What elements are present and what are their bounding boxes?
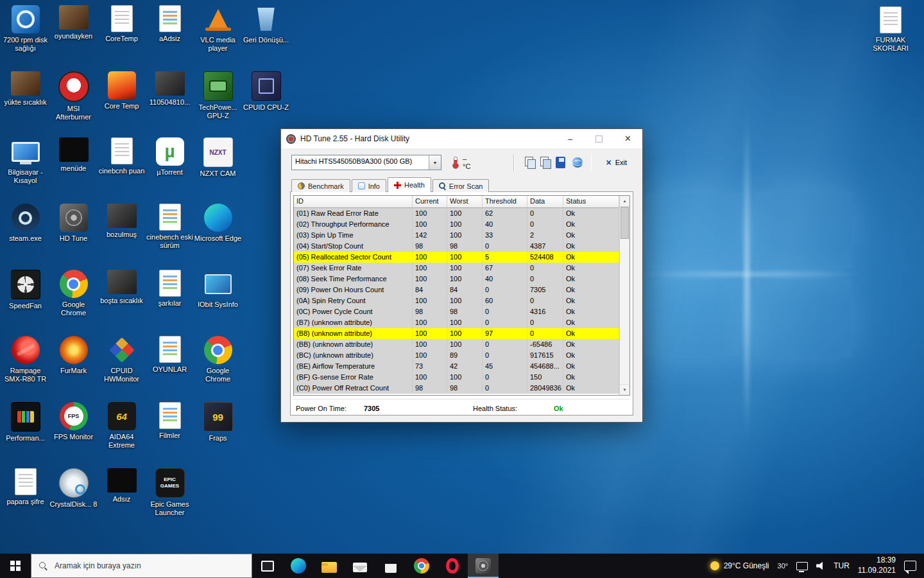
desktop-icon-oyunlar[interactable]: OYUNLAR — [146, 333, 194, 399]
table-row[interactable]: (03) Spin Up Time 142 100 33 2 Ok — [294, 230, 619, 241]
desktop-icon-nzxt-cam[interactable]: NZXT NZXT CAM — [194, 135, 242, 201]
desktop-icon-110504810[interactable]: 110504810... — [146, 69, 194, 135]
notification-center-icon[interactable] — [904, 561, 916, 571]
desktop-icon-cinebcnh-puan[interactable]: cinebcnh puan — [98, 135, 146, 201]
table-row[interactable]: (C0) Power Off Retract Count 98 98 0 280… — [294, 383, 619, 394]
desktop-icon-google-chrome-2[interactable]: Google Chrome — [194, 333, 242, 399]
table-row[interactable]: (01) Raw Read Error Rate 100 100 62 0 Ok — [294, 208, 619, 219]
desktop-icon-fps-monitor[interactable]: FPS FPS Monitor — [49, 399, 98, 466]
desktop-icon-yukte-sicaklik[interactable]: yükte sıcaklık — [1, 69, 49, 135]
desktop-icon-cpuz[interactable]: CPUID CPU-Z — [242, 69, 290, 135]
desktop-icon-7200rpm-disk-sagligi[interactable]: 7200 rpm disk sağlığı — [1, 3, 49, 69]
table-row[interactable]: (BF) G-sense Error Rate 100 100 0 150 Ok — [294, 372, 619, 383]
table-row[interactable]: (BB) (unknown attribute) 100 100 0 -6548… — [294, 339, 619, 350]
desktop-icon-adsiz[interactable]: Adsız — [98, 466, 146, 532]
table-row[interactable]: (BE) Airflow Temperature 73 42 45 454688… — [294, 361, 619, 372]
desktop-icon-utorrent[interactable]: µ µTorrent — [146, 135, 194, 201]
table-row[interactable]: (02) Throughput Performance 100 100 40 0… — [294, 219, 619, 230]
table-row[interactable]: (0C) Power Cycle Count 98 98 0 4316 Ok — [294, 306, 619, 317]
desktop-icon-epic-games-launcher[interactable]: EPIC GAMES Epic Games Launcher — [146, 466, 194, 532]
desktop-icon-performans[interactable]: Performan... — [1, 399, 49, 466]
drive-select-arrow-icon[interactable]: ▼ — [429, 155, 441, 170]
copy-image-button[interactable] — [522, 155, 536, 170]
website-button[interactable] — [570, 155, 583, 170]
table-row[interactable]: (B7) (unknown attribute) 100 100 0 0 Ok — [294, 317, 619, 328]
tab-benchmark[interactable]: Benchmark — [291, 179, 350, 192]
desktop-icon-furmak-skorlari[interactable]: FURMAK SKORLARI — [866, 4, 915, 53]
desktop-icon-bosta-sicaklik[interactable]: boşta sıcaklık — [98, 267, 146, 333]
tab-error-scan[interactable]: Error Scan — [432, 179, 490, 192]
close-button[interactable]: × — [613, 129, 642, 148]
table-row[interactable]: (BC) (unknown attribute) 100 89 0 917615… — [294, 350, 619, 361]
desktop-icon-microsoft-edge[interactable]: Microsoft Edge — [194, 201, 242, 267]
desktop-icon-hd-tune[interactable]: HD Tune — [49, 201, 98, 267]
desktop-icon-msi-afterburner[interactable]: MSI Afterburner — [49, 69, 98, 135]
desktop-icon-hwmonitor[interactable]: CPUID HWMonitor — [98, 333, 146, 399]
minimize-button[interactable]: – — [556, 129, 585, 148]
table-row[interactable]: (07) Seek Error Rate 100 100 67 0 Ok — [294, 263, 619, 274]
copy-text-button[interactable] — [538, 155, 551, 170]
taskbar-button-hdtune[interactable] — [468, 554, 499, 578]
clock[interactable]: 18:39 11.09.2021 — [858, 556, 896, 575]
scroll-down-button[interactable]: ▼ — [620, 384, 629, 395]
table-row[interactable]: (08) Seek Time Performance 100 100 40 0 … — [294, 274, 619, 285]
column-header-threshold[interactable]: Threshold — [483, 196, 527, 208]
desktop-icon-cinebench-eski-surum[interactable]: cinebench eski sürüm — [146, 201, 194, 267]
desktop-icon-crystaldiskinfo[interactable]: CrystalDisk... 8 — [49, 466, 98, 532]
taskbar-search[interactable] — [31, 554, 252, 578]
desktop-icon-steam[interactable]: steam.exe — [1, 201, 49, 267]
tray-temperature[interactable]: 30° — [778, 562, 789, 570]
desktop-icon-coretemp-file[interactable]: CoreTemp — [98, 3, 146, 69]
desktop-icon-speedfan[interactable]: SpeedFan — [1, 267, 49, 333]
desktop-icon-aida64-extreme[interactable]: 64 AIDA64 Extreme — [98, 399, 146, 466]
search-input[interactable] — [53, 561, 244, 571]
maximize-button[interactable] — [585, 129, 613, 148]
tab-info[interactable]: Info — [352, 179, 386, 192]
desktop-icon-furmark[interactable]: FurMark — [49, 333, 98, 399]
drive-select[interactable]: Hitachi HTS545050B9A300 (500 GB) ▼ — [291, 155, 441, 170]
exit-button[interactable]: × Exit — [601, 156, 632, 169]
taskbar-button-chrome[interactable] — [406, 554, 437, 578]
taskbar-button-edge[interactable] — [283, 554, 314, 578]
desktop-icon-sarkilar[interactable]: şarkılar — [146, 267, 194, 333]
desktop-icon-fraps[interactable]: 99 Fraps — [194, 399, 242, 466]
desktop-icon-google-chrome-1[interactable]: Google Chrome — [49, 267, 98, 333]
desktop-icon-oyundayken[interactable]: oyundayken — [49, 3, 98, 69]
desktop-icon-bilgisayar-kisayol[interactable]: Bilgisayar - Kısayol — [1, 135, 49, 201]
desktop-icon-iobit-sysinfo[interactable]: IObit SysInfo — [194, 267, 242, 333]
task-view-button[interactable] — [252, 554, 283, 578]
desktop-icon-vlc-media-player[interactable]: VLC media player — [194, 3, 242, 69]
taskbar-button-opera[interactable] — [437, 554, 468, 578]
desktop-icon-core-temp[interactable]: Core Temp — [98, 69, 146, 135]
table-row[interactable]: (04) Start/Stop Count 98 98 0 4387 Ok — [294, 241, 619, 252]
weather-widget[interactable]: 29°C Güneşli — [710, 561, 769, 570]
scrollbar-thumb[interactable] — [620, 207, 629, 239]
taskbar-button-file-explorer[interactable] — [314, 554, 345, 578]
scroll-up-button[interactable]: ▲ — [620, 196, 629, 207]
desktop-icon-filmler[interactable]: Filmler — [146, 399, 194, 466]
scrollbar[interactable]: ▲ ▼ — [619, 196, 629, 395]
save-screenshot-button[interactable] — [554, 155, 567, 170]
volume-icon[interactable] — [816, 561, 825, 570]
column-header-current[interactable]: Current — [413, 196, 447, 208]
window-titlebar[interactable]: HD Tune 2.55 - Hard Disk Utility – × — [281, 129, 642, 148]
column-header-status[interactable]: Status — [563, 196, 619, 208]
table-row[interactable]: (0A) Spin Retry Count 100 100 60 0 Ok — [294, 295, 619, 306]
language-indicator[interactable]: TUR — [834, 561, 850, 570]
desktop-icon-menude[interactable]: menüde — [49, 135, 98, 201]
desktop-icon-recycle-bin[interactable]: Geri Dönüşü... — [242, 3, 290, 69]
desktop-icon-aadsiz[interactable]: aAdsiz — [146, 3, 194, 69]
taskbar-button-store[interactable] — [375, 554, 406, 578]
network-icon[interactable] — [796, 562, 808, 570]
table-row[interactable]: (B8) (unknown attribute) 100 100 97 0 Ok — [294, 328, 619, 339]
column-header-id[interactable]: ID — [294, 196, 413, 208]
desktop-icon-papara-sifre[interactable]: papara şifre — [1, 466, 49, 532]
desktop-icon-gpuz[interactable]: TechPowe... GPU-Z — [194, 69, 242, 135]
table-row[interactable]: (09) Power On Hours Count 84 84 0 7305 O… — [294, 285, 619, 295]
taskbar-button-mail[interactable] — [345, 554, 375, 578]
column-header-worst[interactable]: Worst — [447, 196, 483, 208]
tab-health[interactable]: Health — [388, 177, 431, 192]
desktop-icon-rampage-smx-r80[interactable]: Rampage SMX-R80 TR — [1, 333, 49, 399]
start-button[interactable] — [0, 554, 31, 578]
table-row[interactable]: (05) Reallocated Sector Count 100 100 5 … — [294, 252, 619, 263]
